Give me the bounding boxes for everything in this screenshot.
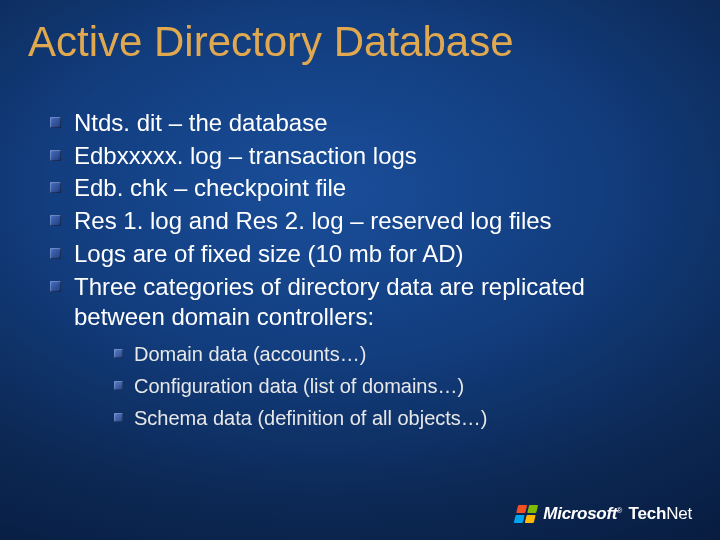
list-item: Logs are of fixed size (10 mb for AD) [48, 239, 680, 270]
list-item: Schema data (definition of all objects…) [112, 403, 680, 433]
list-item-label: Three categories of directory data are r… [74, 273, 585, 331]
footer-logo: Microsoft® TechNet [516, 504, 692, 524]
brand-name: Microsoft [543, 504, 617, 523]
bullet-list: Ntds. dit – the database Edbxxxxx. log –… [48, 108, 680, 433]
list-item: Edbxxxxx. log – transaction logs [48, 141, 680, 172]
slide-content: Ntds. dit – the database Edbxxxxx. log –… [48, 108, 680, 435]
slide-title: Active Directory Database [28, 18, 514, 66]
footer-brand-text: Microsoft® TechNet [543, 504, 692, 524]
microsoft-flag-icon [514, 505, 538, 523]
list-item: Ntds. dit – the database [48, 108, 680, 139]
list-item: Three categories of directory data are r… [48, 272, 680, 433]
list-item: Configuration data (list of domains…) [112, 371, 680, 401]
list-item: Domain data (accounts…) [112, 339, 680, 369]
sub-bullet-list: Domain data (accounts…) Configuration da… [74, 339, 680, 433]
list-item: Res 1. log and Res 2. log – reserved log… [48, 206, 680, 237]
product-name: TechNet [629, 504, 692, 523]
registered-mark: ® [616, 506, 622, 515]
list-item: Edb. chk – checkpoint file [48, 173, 680, 204]
slide: Active Directory Database Ntds. dit – th… [0, 0, 720, 540]
